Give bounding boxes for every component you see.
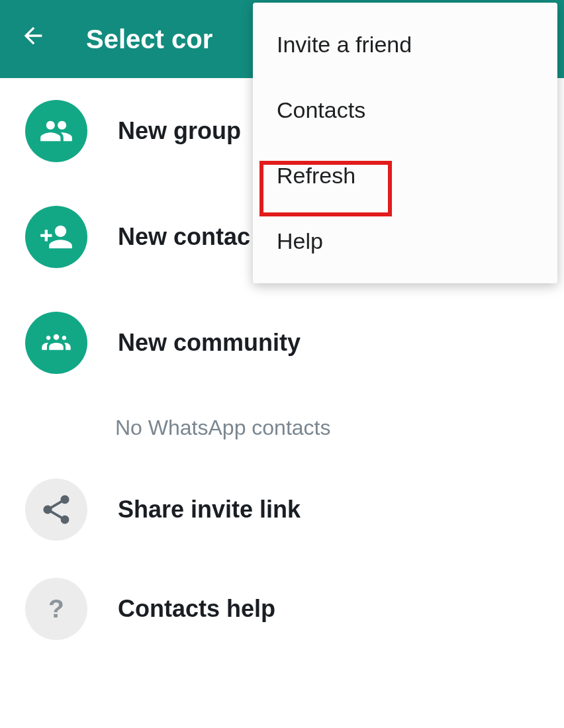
share-icon [25,478,87,541]
svg-text:?: ? [48,594,64,623]
share-invite-label: Share invite link [118,496,301,523]
new-community-row[interactable]: New community [0,290,564,396]
new-community-label: New community [118,329,301,357]
menu-help[interactable]: Help [253,208,557,274]
contacts-help-row[interactable]: ? Contacts help [0,559,564,659]
page-title: Select cor [86,24,212,54]
menu-refresh[interactable]: Refresh [253,143,557,208]
menu-contacts[interactable]: Contacts [253,77,557,143]
contacts-help-label: Contacts help [118,595,275,623]
menu-invite-friend[interactable]: Invite a friend [253,12,557,77]
new-contact-label: New contac [118,223,250,251]
help-icon: ? [25,578,87,640]
community-icon [25,312,87,374]
back-arrow-icon[interactable] [13,23,60,56]
no-contacts-label: No WhatsApp contacts [0,396,564,460]
group-icon [25,100,87,162]
share-invite-row[interactable]: Share invite link [0,460,564,559]
new-group-label: New group [118,117,241,145]
overflow-menu: Invite a friend Contacts Refresh Help [253,3,557,283]
add-contact-icon [25,206,87,268]
